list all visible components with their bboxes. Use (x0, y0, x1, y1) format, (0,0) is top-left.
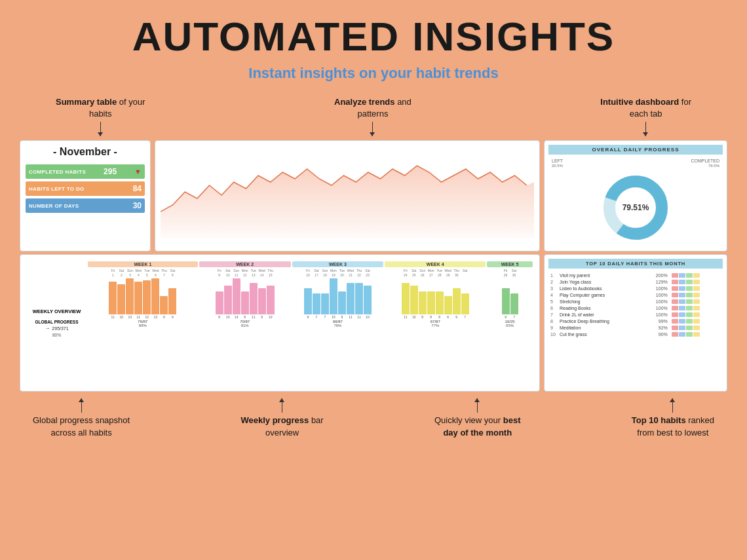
number-of-days-row: NUMBER OF DAYS 30 (26, 198, 145, 213)
week1-daynames: FriSatSunMonTueWedThuSat (88, 269, 198, 272)
table-row: 9 Meditation 92% (548, 324, 723, 331)
table-row: 6 Reading Books 100% (548, 305, 723, 311)
week3-bar-7 (355, 283, 363, 314)
week3-bar-2 (313, 293, 320, 314)
week4-daynames: FriSatSunMonTueWedThuSat (385, 269, 486, 272)
week5-completed-nums: 97 (487, 315, 533, 319)
week4-bar-8 (461, 293, 469, 314)
donut-panel: OVERALL DAILY PROGRESS LEFT20.5% COMPLET… (544, 140, 727, 252)
week1-bar-8 (168, 288, 176, 314)
week1-title: WEEK 1 (88, 261, 198, 267)
bottom-row: WEEKLY OVERVIEW GLOBAL PROGRESS → 295/37… (20, 254, 727, 392)
habit-name-4: Play Computer games (558, 291, 647, 298)
weekly-progress-ann: Weekly progress baroverview (240, 398, 323, 438)
ann-text-2: Analyze trends andpatterns (334, 97, 412, 119)
rank-7: 7 (548, 311, 558, 318)
global-progress-pct: 80% (27, 333, 86, 337)
ann-connector-2 (334, 120, 412, 136)
week4-completed-nums: 1110888697 (385, 315, 486, 319)
arrow-down-2 (372, 122, 373, 136)
week2-bars (199, 278, 291, 314)
global-progress-row: → 295/371 (27, 326, 86, 331)
habit-name-2: Join Yoga class (558, 278, 647, 285)
habit-pct-4: 100% (647, 291, 670, 298)
habit-bars-6 (670, 305, 723, 311)
donut-svg: 79.51% (600, 172, 672, 244)
habit-bars-5 (670, 298, 723, 305)
rank-10: 10 (548, 331, 558, 337)
week1-bar-6 (151, 278, 159, 314)
week1-bar-7 (160, 296, 168, 314)
week5-title: WEEK 5 (487, 261, 533, 267)
habit-bars-3 (670, 285, 723, 291)
week2-daynames: FriSatSunMonTueWedThu (199, 269, 291, 272)
habit-pct-2: 129% (647, 278, 670, 285)
week3-col: WEEK 3 FriSatSunMonTueWedThuSat 16171819… (292, 261, 384, 384)
week4-bar-5 (436, 291, 444, 314)
week3-pct: 76% (292, 324, 384, 327)
week4-bar-6 (444, 296, 452, 314)
week5-pct: 65% (487, 324, 533, 327)
week3-bars (292, 278, 384, 314)
habit-bars-10 (670, 331, 723, 337)
habits-left-label: HABITS LEFT TO DO (29, 186, 85, 192)
table-row: 1 Visit my parent 200% (548, 272, 723, 278)
week5-bars (487, 278, 533, 314)
ann-text-3: Intuitive dashboard foreach tab (600, 97, 691, 119)
global-progress-label: GLOBAL PROGRESS (27, 320, 86, 324)
top10-ann: Top 10 habits rankedfrom best to lowest (632, 398, 714, 438)
week2-daynums: 9101112131415 (199, 273, 291, 277)
week3-bar-8 (364, 286, 372, 314)
week1-pct: 88% (88, 324, 198, 327)
week3-daynums: 1617181920212223 (292, 273, 384, 277)
habit-name-8: Practice Deep Breathing (558, 318, 647, 324)
rank-8: 8 (548, 318, 558, 324)
completed-habits-label: COMPLETED HABITS (29, 169, 86, 175)
top10-panel: TOP 10 DAILY HABITS THIS MONTH 1 Visit m… (544, 254, 727, 392)
habit-bars-8 (670, 318, 723, 324)
top10-tbody: 1 Visit my parent 200% 2 Join Yoga class… (548, 272, 723, 337)
week4-daynums: 24252627282930 (385, 273, 486, 277)
habit-name-9: Meditation (558, 324, 647, 331)
arrow-down-1 (100, 122, 101, 136)
week5-bar-2 (510, 293, 518, 314)
habit-name-5: Stretching (558, 298, 647, 305)
habit-bars-4 (670, 291, 723, 298)
rank-3: 3 (548, 285, 558, 291)
summary-panel: - November - COMPLETED HABITS 295 ▼ HABI… (20, 140, 151, 252)
week3-bar-3 (321, 293, 329, 314)
table-row: 7 Drink 2L of water 100% (548, 311, 723, 318)
week2-bar-6 (258, 288, 266, 314)
donut-center-text: 79.51% (622, 203, 649, 212)
global-progress-ann: Global progress snapshotacross all habit… (33, 398, 130, 438)
habit-pct-5: 100% (647, 298, 670, 305)
habit-bars-7 (670, 311, 723, 318)
habits-left-value: 84 (133, 184, 142, 193)
donut-area: 79.51% (548, 168, 723, 247)
number-of-days-label: NUMBER OF DAYS (29, 203, 79, 209)
arrow-down-3 (645, 122, 646, 136)
line-chart-panel (155, 140, 540, 252)
week2-title: WEEK 2 (199, 261, 291, 267)
top-row: - November - COMPLETED HABITS 295 ▼ HABI… (20, 140, 727, 252)
week1-col: WEEK 1 FriSatSunMonTueWedThuSat 12345678 (88, 261, 198, 384)
week2-bar-5 (250, 283, 258, 314)
week2-bar-4 (241, 291, 249, 314)
main-title: AUTOMATED INSIGHTS (20, 13, 727, 60)
week5-daynames: FriSat (487, 269, 533, 272)
week2-pct: 81% (199, 324, 291, 327)
subtitle: Instant insights on your habit trends (20, 65, 727, 82)
ann-connector-1 (56, 120, 145, 136)
week4-pct: 77% (385, 324, 486, 327)
rank-2: 2 (548, 278, 558, 285)
week5-col: WEEK 5 FriSat 2930 (487, 261, 533, 384)
rank-6: 6 (548, 305, 558, 311)
week2-bar-1 (216, 291, 223, 314)
habit-pct-3: 100% (647, 285, 670, 291)
rank-9: 9 (548, 324, 558, 331)
weekly-inner: WEEKLY OVERVIEW GLOBAL PROGRESS → 295/37… (24, 259, 535, 387)
habit-pct-1: 200% (647, 272, 670, 278)
week2-col: WEEK 2 FriSatSunMonTueWedThu 91011121314… (199, 261, 291, 384)
week1-daynums: 12345678 (88, 273, 198, 277)
month-title: - November - (26, 146, 145, 158)
